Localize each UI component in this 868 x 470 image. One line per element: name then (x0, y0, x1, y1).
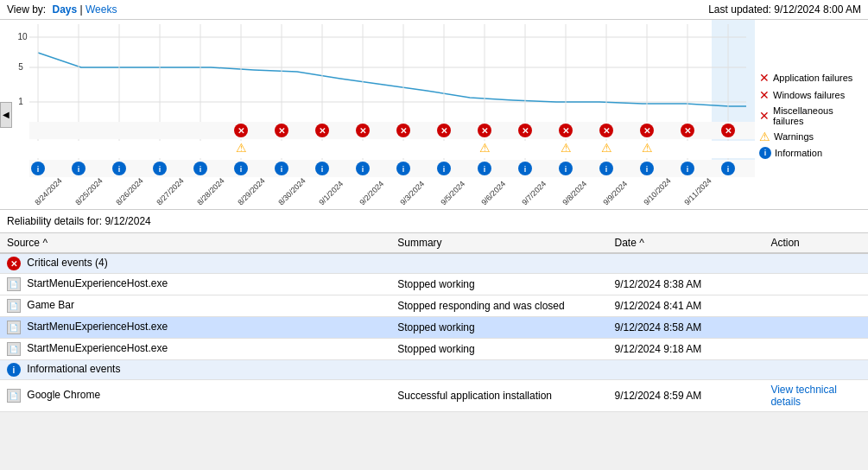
legend-information[interactable]: i Information (759, 147, 865, 159)
source-text-1: StartMenuExperienceHost.exe (27, 277, 168, 289)
svg-text:9/3/2024: 9/3/2024 (398, 180, 426, 207)
prev-arrow[interactable]: ◀ (0, 102, 12, 128)
svg-text:i: i (281, 165, 283, 174)
action-cell-2 (763, 295, 868, 317)
weeks-link[interactable]: Weeks (86, 3, 117, 16)
view-by: View by: Days | Weeks (7, 3, 117, 16)
svg-text:✕: ✕ (603, 126, 610, 136)
table-row: 📄 StartMenuExperienceHost.exe Stopped wo… (0, 317, 868, 339)
svg-text:5: 5 (18, 62, 23, 72)
source-cell-info: 📄 Google Chrome (0, 380, 390, 412)
svg-text:i: i (159, 165, 162, 174)
table-row: 📄 Game Bar Stopped responding and was cl… (0, 295, 868, 317)
svg-text:9/9/2024: 9/9/2024 (601, 180, 629, 207)
legend-label-warnings: Warnings (774, 131, 814, 142)
svg-text:⚠: ⚠ (601, 141, 612, 155)
source-text-info-1: Google Chrome (27, 389, 100, 401)
reliability-details-label: Reliability details for: 9/12/2024 (7, 215, 151, 227)
col-header-summary[interactable]: Summary (390, 233, 607, 253)
source-text-2: Game Bar (27, 299, 74, 311)
source-text-3: StartMenuExperienceHost.exe (27, 321, 168, 333)
svg-text:i: i (605, 165, 608, 174)
col-header-date[interactable]: Date ^ (608, 233, 764, 253)
svg-text:i: i (240, 165, 243, 174)
legend-windows-failures[interactable]: ✕ Windows failures (759, 88, 865, 102)
svg-text:9/6/2024: 9/6/2024 (479, 180, 507, 207)
information-icon: i (759, 147, 771, 159)
svg-text:⚠: ⚠ (561, 141, 572, 155)
source-cell: 📄 StartMenuExperienceHost.exe (0, 339, 390, 360)
svg-text:⚠: ⚠ (642, 141, 653, 155)
app-icon-3: 📄 (7, 321, 21, 334)
date-cell-3: 9/12/2024 8:58 AM (608, 317, 764, 339)
svg-text:i: i (565, 165, 567, 174)
source-cell: 📄 StartMenuExperienceHost.exe (0, 274, 390, 295)
critical-events-error-icon: ✕ (7, 257, 21, 270)
source-text-4: StartMenuExperienceHost.exe (27, 342, 168, 354)
action-cell-4 (763, 339, 868, 360)
legend-misc-failures[interactable]: ✕ Miscellaneous failures (759, 105, 865, 126)
svg-text:✕: ✕ (359, 126, 366, 136)
svg-text:✕: ✕ (725, 126, 732, 136)
win-failures-icon: ✕ (759, 88, 770, 102)
chart-main: ◀ 10 5 1 (0, 20, 756, 209)
svg-text:✕: ✕ (643, 126, 650, 136)
details-table: Source Summary Date ^ Action ✕ Critical … (0, 233, 868, 412)
days-link[interactable]: Days (52, 3, 77, 16)
svg-text:i: i (200, 165, 202, 174)
svg-text:i: i (118, 165, 121, 174)
svg-text:✕: ✕ (319, 126, 326, 136)
svg-text:⚠: ⚠ (236, 141, 247, 155)
svg-text:i: i (321, 165, 324, 174)
top-bar: View by: Days | Weeks Last updated: 9/12… (0, 0, 868, 20)
svg-text:✕: ✕ (562, 126, 569, 136)
svg-text:⚠: ⚠ (479, 141, 491, 155)
svg-text:8/29/2024: 8/29/2024 (236, 176, 266, 206)
svg-text:✕: ✕ (278, 126, 285, 136)
svg-text:i: i (402, 165, 405, 174)
svg-text:9/11/2024: 9/11/2024 (682, 176, 713, 206)
action-cell-3 (763, 317, 868, 339)
info-section-icon: i (7, 363, 21, 377)
svg-text:i: i (37, 165, 40, 174)
chart-area: ◀ 10 5 1 (0, 20, 868, 210)
summary-cell-3: Stopped working (390, 317, 607, 339)
svg-text:✕: ✕ (522, 126, 529, 136)
svg-text:9/10/2024: 9/10/2024 (642, 176, 672, 206)
legend-application-failures[interactable]: ✕ Application failures (759, 71, 865, 85)
critical-events-section: ✕ Critical events (4) (0, 253, 868, 274)
source-cell: 📄 Game Bar (0, 295, 390, 317)
svg-text:i: i (727, 165, 730, 174)
col-header-source[interactable]: Source (0, 233, 390, 253)
app-icon-info-1: 📄 (7, 389, 21, 403)
col-header-action[interactable]: Action (763, 233, 868, 253)
date-cell-1: 9/12/2024 8:38 AM (608, 274, 764, 295)
legend-label-app-failures: Application failures (773, 73, 852, 83)
table-row: 📄 Google Chrome Successful application i… (0, 380, 868, 412)
app-icon-2: 📄 (7, 299, 21, 313)
svg-text:✕: ✕ (400, 126, 407, 136)
svg-text:i: i (646, 165, 649, 174)
svg-text:8/24/2024: 8/24/2024 (33, 176, 63, 206)
summary-cell-4: Stopped working (390, 339, 607, 360)
legend-label-information: Information (775, 148, 822, 158)
view-technical-details-link[interactable]: View technical details (770, 384, 837, 408)
svg-text:i: i (484, 165, 486, 174)
svg-text:i: i (362, 165, 364, 174)
last-updated: Last updated: 9/12/2024 8:00 AM (708, 3, 861, 16)
legend-warnings[interactable]: ⚠ Warnings (759, 130, 865, 143)
svg-text:i: i (78, 165, 80, 174)
svg-text:✕: ✕ (440, 126, 447, 136)
legend-label-win-failures: Windows failures (773, 90, 845, 100)
table-header-row: Source Summary Date ^ Action (0, 233, 868, 253)
info-events-label: Informational events (27, 363, 120, 375)
svg-text:8/26/2024: 8/26/2024 (114, 176, 144, 206)
svg-text:i: i (687, 165, 689, 174)
date-cell-4: 9/12/2024 9:18 AM (608, 339, 764, 360)
svg-text:1: 1 (18, 97, 23, 106)
legend-label-misc-failures: Miscellaneous failures (773, 105, 865, 126)
svg-text:i: i (443, 165, 446, 174)
svg-text:✕: ✕ (481, 126, 488, 136)
app-icon-4: 📄 (7, 342, 21, 356)
table-row: 📄 StartMenuExperienceHost.exe Stopped wo… (0, 339, 868, 360)
